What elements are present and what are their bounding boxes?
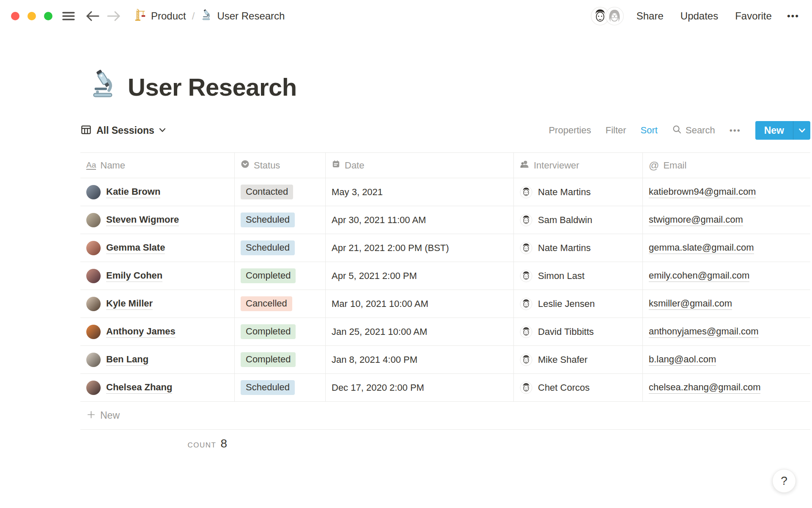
interviewer-avatar <box>520 381 532 394</box>
table-row: Kyle MillerCancelledMar 10, 2021 10:00 A… <box>80 290 810 318</box>
date-cell[interactable]: Apr 21, 2021 2:00 PM (BST) <box>326 234 514 262</box>
date-cell[interactable]: Apr 5, 2021 2:00 PM <box>326 262 514 290</box>
name-cell[interactable]: Emily Cohen <box>80 262 235 290</box>
filter-button[interactable]: Filter <box>606 125 626 136</box>
date-cell[interactable]: Jan 25, 2021 10:00 AM <box>326 318 514 345</box>
favorite-button[interactable]: Favorite <box>735 10 772 22</box>
properties-button[interactable]: Properties <box>549 125 591 136</box>
more-options-icon[interactable]: ••• <box>787 11 799 22</box>
status-cell[interactable]: Contacted <box>235 178 326 206</box>
email-cell[interactable]: emily.cohen@gmail.com <box>643 262 810 290</box>
interviewer-cell[interactable]: Simon Last <box>514 262 643 290</box>
interviewer-cell[interactable]: David Tibbitts <box>514 318 643 345</box>
status-cell[interactable]: Completed <box>235 346 326 373</box>
person-name: Kyle Miller <box>106 298 153 310</box>
person-name: Anthony James <box>106 326 176 338</box>
date-cell[interactable]: Apr 30, 2021 11:00 AM <box>326 206 514 234</box>
email-cell[interactable]: katiebrown94@gmail.com <box>643 178 810 206</box>
count-calculation[interactable]: COUNT 8 <box>80 437 235 450</box>
text-property-icon: Aa <box>86 161 96 170</box>
email-cell[interactable]: chelsea.zhang@gmail.com <box>643 374 810 401</box>
status-badge: Cancelled <box>241 296 292 311</box>
interviewer-cell[interactable]: Chet Corcos <box>514 374 643 401</box>
status-badge: Completed <box>241 352 296 367</box>
breadcrumb-item-product[interactable]: Product <box>134 8 186 24</box>
microscope-icon[interactable] <box>88 69 118 101</box>
search-button[interactable]: Search <box>672 124 715 137</box>
sort-button[interactable]: Sort <box>641 125 658 136</box>
date-cell[interactable]: Jan 8, 2021 4:00 PM <box>326 346 514 373</box>
breadcrumb-item-user-research[interactable]: User Research <box>200 9 285 23</box>
new-row-button[interactable]: New <box>80 402 810 430</box>
name-cell[interactable]: Steven Wigmore <box>80 206 235 234</box>
name-cell[interactable]: Katie Brown <box>80 178 235 206</box>
email-text: b.lang@aol.com <box>649 353 716 366</box>
collaborator-avatars <box>591 7 624 25</box>
table-row: Gemma SlateScheduledApr 21, 2021 2:00 PM… <box>80 234 810 262</box>
zoom-window-button[interactable] <box>44 12 52 20</box>
email-cell[interactable]: b.lang@aol.com <box>643 346 810 373</box>
count-value: 8 <box>220 437 227 450</box>
name-cell[interactable]: Anthony James <box>80 318 235 345</box>
status-badge: Completed <box>241 268 296 283</box>
column-header-status[interactable]: Status <box>235 153 326 178</box>
view-switcher[interactable]: All Sessions <box>80 124 166 137</box>
email-text: katiebrown94@gmail.com <box>649 186 756 199</box>
view-name: All Sessions <box>96 125 154 136</box>
share-button[interactable]: Share <box>636 10 664 22</box>
name-cell[interactable]: Ben Lang <box>80 346 235 373</box>
updates-button[interactable]: Updates <box>680 10 718 22</box>
date-text: Apr 21, 2021 2:00 PM (BST) <box>332 243 449 254</box>
interviewer-cell[interactable]: Sam Baldwin <box>514 206 643 234</box>
new-button-dropdown[interactable] <box>793 121 810 140</box>
minimize-window-button[interactable] <box>27 12 36 20</box>
forward-arrow-icon[interactable] <box>107 10 121 22</box>
column-header-date[interactable]: Date <box>326 153 514 178</box>
new-button[interactable]: New <box>755 121 793 140</box>
table-row: Katie BrownContactedMay 3, 2021Nate Mart… <box>80 178 810 206</box>
email-cell[interactable]: anthonyjames@gmail.com <box>643 318 810 345</box>
date-cell[interactable]: May 3, 2021 <box>326 178 514 206</box>
interviewer-name: Leslie Jensen <box>538 298 595 309</box>
status-cell[interactable]: Completed <box>235 262 326 290</box>
name-cell[interactable]: Gemma Slate <box>80 234 235 262</box>
date-text: Jan 25, 2021 10:00 AM <box>332 326 427 337</box>
column-header-interviewer[interactable]: Interviewer <box>514 153 643 178</box>
microscope-icon <box>200 9 212 23</box>
person-avatar <box>86 213 101 227</box>
status-cell[interactable]: Cancelled <box>235 290 326 318</box>
at-icon: @ <box>649 160 659 171</box>
column-header-email[interactable]: @ Email <box>643 153 810 178</box>
email-cell[interactable]: stwigmore@gmail.com <box>643 206 810 234</box>
back-arrow-icon[interactable] <box>85 10 100 22</box>
sidebar-toggle-icon[interactable] <box>62 11 75 22</box>
help-button[interactable]: ? <box>772 469 796 493</box>
collaborator-avatar[interactable] <box>605 7 624 25</box>
status-cell[interactable]: Scheduled <box>235 234 326 262</box>
interviewer-name: Nate Martins <box>538 243 591 254</box>
date-text: Apr 5, 2021 2:00 PM <box>332 271 417 282</box>
email-cell[interactable]: ksmiller@gmail.com <box>643 290 810 318</box>
status-cell[interactable]: Scheduled <box>235 206 326 234</box>
name-cell[interactable]: Chelsea Zhang <box>80 374 235 401</box>
page-title-text[interactable]: User Research <box>128 74 297 101</box>
date-text: Mar 10, 2021 10:00 AM <box>332 298 428 309</box>
email-cell[interactable]: gemma.slate@gmail.com <box>643 234 810 262</box>
date-cell[interactable]: Dec 17, 2020 2:00 PM <box>326 374 514 401</box>
view-more-options-icon[interactable]: ••• <box>730 126 741 135</box>
interviewer-cell[interactable]: Nate Martins <box>514 234 643 262</box>
interviewer-cell[interactable]: Leslie Jensen <box>514 290 643 318</box>
interviewer-cell[interactable]: Nate Martins <box>514 178 643 206</box>
person-avatar <box>86 381 101 395</box>
name-cell[interactable]: Kyle Miller <box>80 290 235 318</box>
date-text: Apr 30, 2021 11:00 AM <box>332 215 426 226</box>
status-cell[interactable]: Scheduled <box>235 374 326 401</box>
date-cell[interactable]: Mar 10, 2021 10:00 AM <box>326 290 514 318</box>
close-window-button[interactable] <box>11 12 19 20</box>
status-cell[interactable]: Completed <box>235 318 326 345</box>
interviewer-cell[interactable]: Mike Shafer <box>514 346 643 373</box>
column-header-name[interactable]: Aa Name <box>80 153 235 178</box>
table-view-icon <box>80 124 92 137</box>
table-row: Ben LangCompletedJan 8, 2021 4:00 PMMike… <box>80 346 810 374</box>
interviewer-avatar <box>520 242 532 254</box>
